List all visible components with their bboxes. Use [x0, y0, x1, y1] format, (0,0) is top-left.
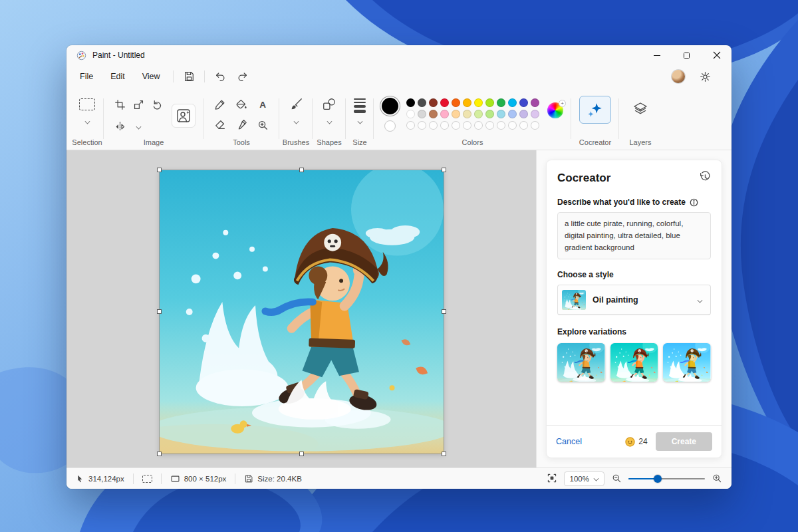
- selection-handle[interactable]: [299, 452, 304, 456]
- color-swatch[interactable]: [452, 121, 460, 130]
- color-swatch[interactable]: [531, 110, 539, 118]
- settings-button[interactable]: [694, 68, 716, 85]
- color-swatch[interactable]: [418, 121, 426, 130]
- style-dropdown[interactable]: Oil painting: [557, 285, 711, 315]
- stroke-size-icon[interactable]: [354, 96, 366, 113]
- color-swatch[interactable]: [485, 98, 494, 107]
- color-swatch[interactable]: [440, 98, 449, 107]
- foreground-color-swatch[interactable]: [382, 98, 398, 114]
- text-tool[interactable]: A: [254, 96, 271, 113]
- variation-thumbnail-2[interactable]: [610, 343, 658, 382]
- redo-button[interactable]: [232, 68, 253, 85]
- prompt-input[interactable]: a little cute pirate, running, colorful,…: [557, 212, 711, 259]
- color-swatch[interactable]: [429, 121, 438, 130]
- color-swatch[interactable]: [440, 121, 449, 130]
- account-avatar[interactable]: [672, 70, 685, 83]
- color-swatch[interactable]: [463, 110, 471, 118]
- color-swatch[interactable]: [519, 121, 528, 130]
- rotate-button[interactable]: [148, 96, 166, 113]
- maximize-button[interactable]: [672, 45, 702, 65]
- color-swatch[interactable]: [519, 98, 528, 107]
- resize-button[interactable]: [130, 96, 147, 113]
- color-swatch[interactable]: [497, 98, 505, 107]
- selection-handle[interactable]: [157, 452, 162, 456]
- edit-colors-button[interactable]: +: [547, 102, 563, 132]
- selection-handle[interactable]: [157, 168, 162, 172]
- color-swatch[interactable]: [485, 110, 494, 118]
- color-swatch[interactable]: [452, 110, 460, 118]
- flip-button[interactable]: [111, 118, 128, 135]
- remove-background-button[interactable]: [172, 104, 196, 128]
- background-color-swatch[interactable]: [384, 120, 396, 132]
- color-swatch[interactable]: [429, 98, 438, 107]
- zoom-slider-thumb[interactable]: [654, 475, 662, 483]
- rotate-options-button[interactable]: [130, 118, 147, 135]
- crop-button[interactable]: [111, 96, 128, 113]
- color-swatch[interactable]: [508, 98, 517, 107]
- color-swatch[interactable]: [418, 98, 426, 107]
- variation-thumbnail-3[interactable]: [663, 343, 711, 382]
- history-button[interactable]: [699, 171, 711, 186]
- save-button[interactable]: [178, 68, 200, 85]
- selection-handle[interactable]: [442, 309, 446, 314]
- eraser-tool[interactable]: [211, 116, 229, 134]
- cocreator-button[interactable]: [579, 96, 611, 124]
- color-swatch[interactable]: [406, 98, 415, 107]
- titlebar[interactable]: Paint - Untitled: [66, 45, 732, 65]
- color-swatch[interactable]: [531, 98, 539, 107]
- canvas-area[interactable]: [66, 150, 536, 467]
- magnifier-tool[interactable]: [254, 116, 271, 134]
- color-swatch[interactable]: [463, 121, 471, 130]
- color-swatch[interactable]: [452, 98, 460, 107]
- pencil-tool[interactable]: [211, 96, 229, 113]
- color-swatch[interactable]: [440, 110, 449, 118]
- layers-button[interactable]: [627, 96, 654, 122]
- menu-file[interactable]: File: [72, 68, 101, 84]
- color-swatch[interactable]: [508, 110, 517, 118]
- menu-edit[interactable]: Edit: [102, 68, 133, 84]
- create-button[interactable]: Create: [656, 432, 712, 451]
- color-swatch[interactable]: [463, 98, 471, 107]
- shapes-button[interactable]: [321, 96, 338, 113]
- brushes-button[interactable]: [287, 96, 305, 113]
- selection-handle[interactable]: [299, 168, 304, 172]
- zoom-level-dropdown[interactable]: 100%: [564, 471, 604, 486]
- color-swatch[interactable]: [474, 110, 483, 118]
- selection-handle[interactable]: [442, 168, 446, 172]
- fill-tool[interactable]: [233, 96, 250, 113]
- size-dropdown-chevron-icon[interactable]: [357, 118, 362, 124]
- fit-screen-icon: [547, 473, 557, 483]
- selection-tool[interactable]: [78, 96, 96, 113]
- variation-thumbnail-1[interactable]: [557, 343, 605, 382]
- cocreator-title: Cocreator: [557, 172, 610, 185]
- selection-handle[interactable]: [157, 309, 162, 314]
- color-picker-tool[interactable]: [233, 116, 250, 134]
- color-swatch[interactable]: [485, 121, 494, 130]
- color-swatch[interactable]: [497, 110, 505, 118]
- color-swatch[interactable]: [474, 121, 483, 130]
- close-button[interactable]: [702, 45, 732, 65]
- info-icon[interactable]: [690, 198, 698, 207]
- selection-dropdown-chevron-icon[interactable]: [84, 119, 90, 124]
- undo-button[interactable]: [209, 68, 231, 85]
- color-swatch[interactable]: [497, 121, 505, 130]
- cancel-button[interactable]: Cancel: [556, 437, 582, 446]
- color-swatch[interactable]: [406, 110, 415, 118]
- color-swatch[interactable]: [406, 121, 415, 130]
- brushes-dropdown-chevron-icon[interactable]: [293, 119, 299, 124]
- fit-to-screen-button[interactable]: [547, 473, 557, 485]
- menu-view[interactable]: View: [134, 68, 168, 84]
- color-swatch[interactable]: [508, 121, 517, 130]
- shapes-dropdown-chevron-icon[interactable]: [327, 119, 332, 124]
- minimize-button[interactable]: [642, 45, 672, 65]
- color-swatch[interactable]: [429, 110, 438, 118]
- zoom-out-button[interactable]: [611, 473, 622, 485]
- color-swatch[interactable]: [474, 98, 483, 107]
- zoom-slider[interactable]: [628, 474, 705, 483]
- color-swatch[interactable]: [531, 121, 539, 130]
- color-swatch[interactable]: [519, 110, 528, 118]
- canvas-image[interactable]: [160, 170, 444, 454]
- color-swatch[interactable]: [418, 110, 426, 118]
- zoom-in-button[interactable]: [712, 473, 722, 485]
- selection-handle[interactable]: [442, 452, 446, 456]
